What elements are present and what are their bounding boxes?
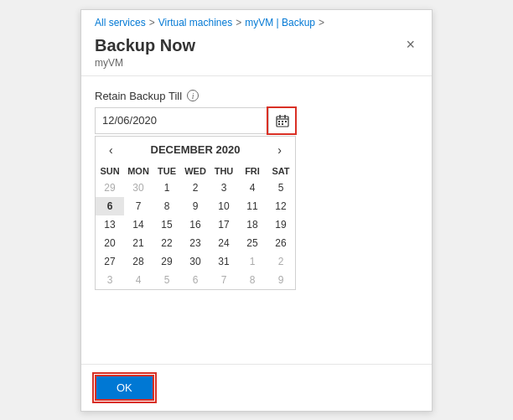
calendar-day[interactable]: 7	[210, 271, 238, 289]
calendar-day[interactable]: 30	[181, 252, 210, 271]
calendar-header: ‹ DECEMBER 2020 ›	[96, 137, 295, 163]
calendar-day[interactable]: 3	[210, 179, 238, 197]
day-header: WED	[181, 163, 210, 179]
calendar-day[interactable]: 27	[96, 252, 124, 271]
calendar-day[interactable]: 23	[181, 234, 210, 252]
svg-rect-6	[285, 121, 287, 122]
breadcrumb-sep-3: >	[319, 17, 324, 29]
panel-header: Backup Now myVM ×	[81, 29, 432, 76]
calendar-day[interactable]: 17	[210, 215, 238, 234]
breadcrumb-virtual-machines[interactable]: Virtual machines	[158, 17, 233, 29]
day-header: FRI	[238, 163, 267, 179]
calendar-day[interactable]: 3	[96, 271, 124, 289]
calendar-day[interactable]: 8	[153, 197, 181, 215]
calendar-day[interactable]: 6	[96, 197, 124, 215]
breadcrumb-myvm-backup[interactable]: myVM | Backup	[245, 17, 315, 29]
date-input-row	[95, 107, 296, 134]
calendar-day[interactable]: 20	[96, 234, 124, 252]
calendar-body: 2930123456789101112131415161718192021222…	[96, 179, 295, 289]
breadcrumb: All services > Virtual machines > myVM |…	[81, 10, 432, 29]
retain-label-row: Retain Backup Till i	[95, 90, 418, 102]
calendar-day[interactable]: 25	[238, 234, 267, 252]
calendar-day[interactable]: 11	[238, 197, 267, 215]
day-header: SUN	[96, 163, 124, 179]
breadcrumb-all-services[interactable]: All services	[95, 17, 146, 29]
calendar-week-row: 3456789	[96, 271, 295, 289]
calendar-grid: SUNMONTUEWEDTHUFRISAT 293012345678910111…	[96, 163, 295, 289]
calendar-day[interactable]: 9	[181, 197, 210, 215]
calendar-toggle-button[interactable]	[268, 108, 295, 133]
calendar-prev-button[interactable]: ‹	[104, 142, 118, 158]
calendar-day[interactable]: 26	[267, 234, 295, 252]
calendar-day[interactable]: 21	[124, 234, 153, 252]
calendar-day[interactable]: 30	[124, 179, 153, 197]
calendar-day[interactable]: 29	[96, 179, 124, 197]
calendar-day-headers: SUNMONTUEWEDTHUFRISAT	[96, 163, 295, 179]
svg-rect-7	[278, 123, 280, 125]
calendar-day[interactable]: 29	[153, 252, 181, 271]
calendar-day[interactable]: 28	[124, 252, 153, 271]
calendar-day[interactable]: 10	[210, 197, 238, 215]
retain-label: Retain Backup Till	[95, 90, 182, 102]
calendar-week-row: 13141516171819	[96, 215, 295, 234]
calendar-month-year: DECEMBER 2020	[151, 143, 241, 156]
calendar-day[interactable]: 24	[210, 234, 238, 252]
calendar-day[interactable]: 6	[181, 271, 210, 289]
info-icon[interactable]: i	[187, 90, 199, 101]
svg-rect-4	[278, 121, 280, 122]
calendar-day[interactable]: 2	[181, 179, 210, 197]
calendar-day[interactable]: 13	[96, 215, 124, 234]
calendar-day[interactable]: 12	[267, 197, 295, 215]
calendar-day[interactable]: 1	[153, 179, 181, 197]
day-header: THU	[210, 163, 238, 179]
calendar-day[interactable]: 16	[181, 215, 210, 234]
calendar-day[interactable]: 5	[267, 179, 295, 197]
panel-subtitle: myVM	[95, 57, 195, 69]
page-title: Backup Now	[95, 35, 195, 55]
breadcrumb-sep-1: >	[149, 17, 155, 29]
calendar-day[interactable]: 18	[238, 215, 267, 234]
calendar-day[interactable]: 2	[267, 252, 295, 271]
calendar-day[interactable]: 4	[124, 271, 153, 289]
backup-panel: All services > Virtual machines > myVM |…	[80, 9, 433, 412]
calendar-week-row: 20212223242526	[96, 234, 295, 252]
panel-footer: OK	[81, 364, 432, 411]
calendar-day[interactable]: 4	[238, 179, 267, 197]
calendar-week-row: 272829303112	[96, 252, 295, 271]
calendar-day[interactable]: 15	[153, 215, 181, 234]
calendar-next-button[interactable]: ›	[272, 142, 287, 158]
day-header: MON	[124, 163, 153, 179]
calendar-day[interactable]: 14	[124, 215, 153, 234]
calendar-day[interactable]: 5	[153, 271, 181, 289]
calendar-day[interactable]: 7	[124, 197, 153, 215]
calendar-icon	[276, 114, 289, 127]
svg-rect-8	[282, 123, 283, 125]
calendar-day[interactable]: 1	[238, 252, 267, 271]
close-button[interactable]: ×	[402, 35, 418, 54]
calendar-week-row: 293012345	[96, 179, 295, 197]
svg-rect-5	[282, 121, 283, 122]
calendar-day[interactable]: 31	[210, 252, 238, 271]
calendar-widget: ‹ DECEMBER 2020 › SUNMONTUEWEDTHUFRISAT …	[95, 136, 296, 290]
date-input[interactable]	[96, 108, 268, 133]
calendar-day[interactable]: 8	[238, 271, 267, 289]
panel-title-block: Backup Now myVM	[95, 35, 195, 69]
day-header: SAT	[267, 163, 295, 179]
day-header: TUE	[153, 163, 181, 179]
breadcrumb-sep-2: >	[236, 17, 241, 29]
ok-button[interactable]: OK	[95, 375, 154, 401]
calendar-week-row: 6789101112	[96, 197, 295, 215]
panel-body: Retain Backup Till i	[81, 76, 432, 364]
calendar-day[interactable]: 9	[267, 271, 295, 289]
calendar-day[interactable]: 22	[153, 234, 181, 252]
calendar-day[interactable]: 19	[267, 215, 295, 234]
